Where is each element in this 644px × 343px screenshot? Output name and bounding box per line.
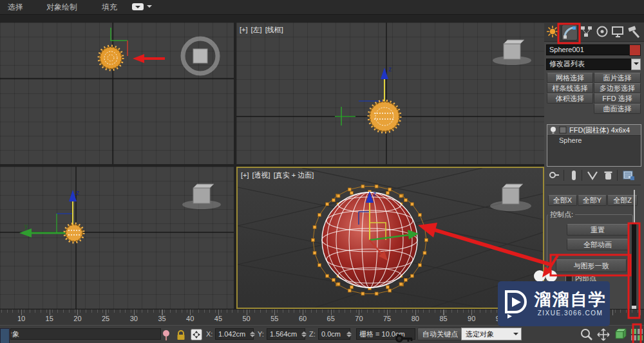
mesh-select-button[interactable]: 网格选择 bbox=[547, 73, 593, 83]
timeline-tick-label[interactable]: 40 bbox=[182, 315, 198, 322]
auto-key-button[interactable]: 自动关键点 bbox=[417, 328, 463, 340]
visibility-bulb-icon[interactable] bbox=[549, 126, 557, 134]
mini-script-listener[interactable] bbox=[0, 328, 10, 343]
ribbon-minimize-icon[interactable] bbox=[132, 3, 144, 10]
viewcube[interactable] bbox=[182, 184, 221, 209]
animate-all-button[interactable]: 全部动画 bbox=[567, 239, 629, 250]
tab-display[interactable] bbox=[611, 24, 625, 39]
axis-z-label: z bbox=[373, 190, 376, 198]
viewport-top[interactable] bbox=[0, 23, 234, 164]
timeline-tick-label[interactable]: 45 bbox=[211, 315, 226, 322]
vol-select-button[interactable]: 体积选择 bbox=[547, 93, 593, 104]
timeline-tick-label[interactable]: 85 bbox=[436, 315, 451, 322]
all-y-button[interactable]: 全部Y bbox=[578, 195, 607, 206]
viewport-view-button[interactable]: [透视] bbox=[252, 171, 270, 179]
timeline-tick-label[interactable]: 90 bbox=[464, 315, 479, 322]
pan-icon[interactable] bbox=[596, 328, 611, 342]
absolute-relative-toggle-icon[interactable] bbox=[191, 329, 202, 340]
show-end-result-icon[interactable] bbox=[570, 170, 578, 181]
command-panel: Sphere001 修改器列表 网格选择 面片选择 样条线选择 多边形选择 体积… bbox=[544, 23, 644, 325]
object-name-field[interactable]: Sphere001 bbox=[546, 44, 631, 55]
object-color-swatch[interactable] bbox=[629, 44, 641, 56]
maximize-viewport-icon[interactable] bbox=[630, 328, 644, 342]
viewport-menu-button[interactable]: [+] bbox=[240, 26, 248, 33]
conform-button[interactable]: 与图形一致 bbox=[556, 259, 627, 272]
make-unique-icon[interactable] bbox=[587, 170, 598, 181]
tab-hierarchy[interactable] bbox=[579, 24, 594, 39]
modifier-stack-base-row[interactable]: Sphere bbox=[547, 136, 641, 145]
gizmo-y-axis bbox=[335, 107, 355, 125]
viewport-front[interactable]: z y bbox=[0, 167, 234, 309]
selection-filter-dropdown[interactable]: 选定对象 bbox=[461, 328, 522, 340]
timeline-tick-label[interactable]: 30 bbox=[126, 315, 142, 322]
surface-select-button[interactable]: 曲面选择 bbox=[594, 104, 641, 114]
viewport-perspective-label: [+][透视][真实 + 边面] bbox=[241, 171, 317, 180]
modifier-stack-base-label: Sphere bbox=[559, 136, 582, 145]
orbit-icon[interactable] bbox=[613, 328, 627, 342]
ffd-sphere-front-view[interactable] bbox=[64, 223, 84, 243]
gizmo-y-axis bbox=[111, 28, 128, 41]
chevron-down-icon[interactable] bbox=[147, 5, 152, 10]
viewport-shading-button[interactable]: [线框] bbox=[265, 26, 283, 33]
y-coord-label: Y: bbox=[258, 330, 264, 338]
reset-button[interactable]: 重置 bbox=[567, 224, 629, 236]
modifier-list-dropdown[interactable]: 修改器列表 bbox=[546, 59, 635, 70]
timeline-tick-label[interactable]: 70 bbox=[351, 315, 366, 322]
timeline-tick-label[interactable]: 10 bbox=[14, 315, 29, 322]
modifier-list-arrow-icon[interactable] bbox=[631, 59, 641, 70]
selection-lock-icon[interactable] bbox=[176, 329, 186, 340]
all-z-button[interactable]: 全部Z bbox=[607, 195, 638, 206]
timeline-tick-label[interactable]: 80 bbox=[408, 315, 423, 322]
timeline-tick-label[interactable]: 25 bbox=[98, 315, 113, 322]
ffd-sphere-top-view[interactable] bbox=[99, 46, 123, 70]
z-coord-label: Z: bbox=[309, 330, 316, 338]
viewport-top-canvas bbox=[0, 23, 234, 164]
timeline-tick-label[interactable]: 20 bbox=[70, 315, 85, 322]
pin-stack-icon[interactable] bbox=[549, 170, 560, 181]
timeline-tick-label[interactable]: 50 bbox=[239, 315, 254, 322]
timeline-tick-label[interactable]: 35 bbox=[155, 315, 170, 322]
ffd-sphere-left-view[interactable] bbox=[368, 100, 401, 133]
timeline-tick-label[interactable]: 75 bbox=[379, 315, 395, 322]
zoom-icon[interactable] bbox=[580, 328, 594, 342]
viewport-menu-button[interactable]: [+] bbox=[241, 171, 249, 179]
panel-scrollbar[interactable] bbox=[632, 223, 636, 315]
all-x-button[interactable]: 全部X bbox=[548, 195, 577, 206]
set-key-icon[interactable] bbox=[395, 333, 415, 343]
x-coord-field[interactable]: 1.042cm bbox=[215, 328, 254, 340]
modifier-stack-toolbar bbox=[544, 169, 644, 183]
tab-utilities[interactable] bbox=[627, 24, 641, 39]
patch-select-button[interactable]: 面片选择 bbox=[594, 73, 641, 83]
spline-select-button[interactable]: 样条线选择 bbox=[547, 83, 593, 93]
ribbon-tab-select[interactable]: 选择 bbox=[8, 2, 23, 13]
tab-create[interactable] bbox=[545, 24, 560, 39]
y-spinner[interactable] bbox=[301, 328, 307, 340]
viewport-front-canvas: z y bbox=[0, 167, 234, 309]
poly-select-button[interactable]: 多边形选择 bbox=[594, 83, 641, 93]
x-spinner[interactable] bbox=[249, 328, 256, 340]
viewport-left[interactable]: [+][左][线框] z bbox=[236, 23, 544, 164]
viewcube[interactable] bbox=[493, 40, 531, 65]
modifier-stack-ffd-row[interactable]: FFD(圆柱体) 4x6x4 bbox=[547, 125, 641, 136]
timeline-tick-label[interactable]: 15 bbox=[42, 315, 57, 322]
isolate-pin-icon[interactable] bbox=[162, 329, 171, 341]
tab-motion[interactable] bbox=[595, 24, 610, 39]
z-spinner[interactable] bbox=[346, 328, 352, 340]
remove-modifier-icon[interactable] bbox=[603, 170, 613, 181]
viewport-view-button[interactable]: [左] bbox=[251, 26, 262, 33]
configure-modifier-sets-icon[interactable] bbox=[623, 170, 635, 181]
watermark-title: 溜溜自学 bbox=[535, 291, 607, 308]
timeline-tick-label[interactable]: 65 bbox=[323, 315, 339, 322]
timeline-tick-label[interactable]: 55 bbox=[267, 315, 282, 322]
view-rotation-ring[interactable] bbox=[183, 39, 218, 73]
timeline-tick-label[interactable]: 60 bbox=[295, 315, 310, 322]
ffd-select-button[interactable]: FFD 选择 bbox=[594, 93, 641, 104]
ribbon-tab-object-paint[interactable]: 对象绘制 bbox=[46, 2, 77, 13]
ribbon-tab-populate[interactable]: 填充 bbox=[102, 2, 117, 13]
y-coord-field[interactable]: 1.564cm bbox=[267, 328, 305, 340]
status-prompt-field: 对象 bbox=[10, 328, 161, 340]
viewport-shading-button[interactable]: [真实 + 边面] bbox=[274, 171, 314, 179]
viewport-left-label: [+][左][线框] bbox=[240, 25, 287, 35]
tab-modify[interactable] bbox=[562, 24, 578, 41]
expand-icon[interactable] bbox=[559, 126, 567, 134]
